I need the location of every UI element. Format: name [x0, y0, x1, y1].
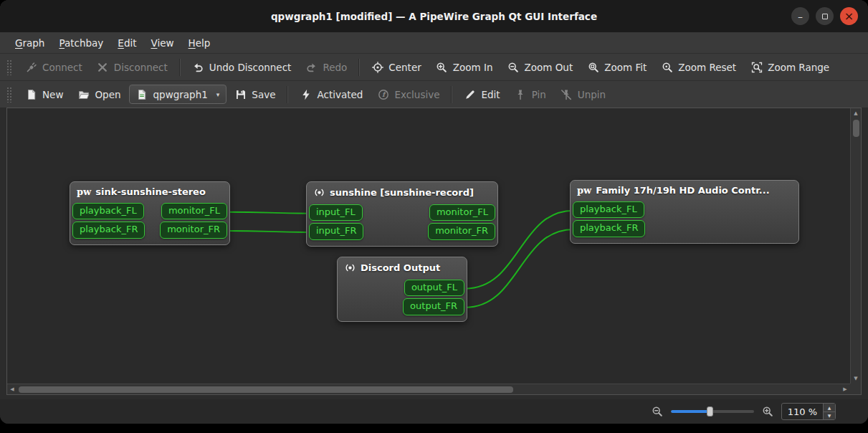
- zoom-slider-fill: [671, 410, 711, 413]
- toolbar-file-items: NewOpenqpwgraph1▾SaveActivatedfExclusive…: [19, 85, 612, 104]
- zoom-in-icon: [436, 61, 448, 73]
- toolbar-separator: [358, 59, 360, 76]
- node-header: Discord Output: [340, 262, 464, 280]
- port-sink-sunshine-stereo-playback_FL[interactable]: playback_FL: [72, 203, 144, 219]
- save-icon: [234, 88, 247, 100]
- menu-view[interactable]: View: [145, 35, 181, 51]
- node-title: sunshine [sunshine-record]: [330, 187, 474, 198]
- port-family-hd-audio-playback_FL[interactable]: playback_FL: [573, 201, 644, 218]
- menubar: GraphPatchbayEditViewHelp: [0, 32, 868, 53]
- zoom-range-icon: [750, 61, 763, 73]
- scroll-left-icon[interactable]: ◀: [7, 384, 17, 394]
- patchbay-file-icon: [136, 88, 148, 100]
- connections-layer: [7, 108, 861, 394]
- app-window: qpwgraph1 [modified] — A PipeWire Graph …: [0, 0, 868, 424]
- zoom-range-button[interactable]: Zoom Range: [744, 57, 836, 77]
- node-sunshine[interactable]: sunshine [sunshine-record]input_FLmonito…: [306, 181, 498, 247]
- qpwgraph1-combo[interactable]: qpwgraph1▾: [129, 85, 227, 104]
- disconnect-label: Disconnect: [114, 62, 168, 73]
- zoom-slider-handle[interactable]: [707, 406, 713, 417]
- exclusive-icon: f: [377, 88, 389, 100]
- graph-canvas[interactable]: ▲ ▼ ◀ ▶ pwsink-sunshine-stereoplayback_F…: [6, 108, 862, 395]
- zoom-out-small-icon[interactable]: [652, 406, 663, 417]
- spin-up-button[interactable]: ▲: [824, 404, 835, 411]
- zoom-fit-button[interactable]: Zoom Fit: [581, 57, 653, 77]
- connection-wire[interactable]: [228, 212, 310, 214]
- horizontal-scrollbar[interactable]: ◀ ▶: [7, 384, 850, 394]
- activated-label: Activated: [317, 89, 363, 100]
- port-sink-sunshine-stereo-playback_FR[interactable]: playback_FR: [72, 222, 145, 238]
- maximize-button[interactable]: [816, 7, 834, 25]
- port-sunshine-input_FR[interactable]: input_FR: [309, 223, 363, 239]
- spin-down-button[interactable]: ▼: [824, 411, 835, 420]
- connection-wire[interactable]: [228, 231, 310, 232]
- toolbar-handle[interactable]: [6, 60, 12, 75]
- scroll-right-icon[interactable]: ▶: [840, 384, 850, 394]
- pin-icon: [515, 88, 527, 100]
- port-row: playback_FRmonitor_FR: [72, 222, 227, 238]
- port-row: playback_FLmonitor_FL: [72, 203, 227, 219]
- undo-icon: [192, 61, 204, 73]
- undo-disconnect-button[interactable]: Undo Disconnect: [186, 57, 298, 77]
- vertical-scrollbar-thumb[interactable]: [853, 120, 859, 137]
- zoom-reset-button[interactable]: Zoom Reset: [654, 57, 743, 77]
- zoom-out-label: Zoom Out: [525, 62, 573, 73]
- horizontal-scrollbar-thumb[interactable]: [19, 386, 513, 393]
- maximize-icon: [822, 14, 828, 19]
- toolbar-separator: [451, 86, 452, 103]
- new-button[interactable]: New: [19, 85, 70, 104]
- edit-button[interactable]: Edit: [457, 85, 506, 104]
- vertical-scrollbar[interactable]: ▲ ▼: [850, 108, 861, 384]
- zoom-spinbox[interactable]: 110 % ▲ ▼: [781, 403, 836, 420]
- port-family-hd-audio-playback_FR[interactable]: playback_FR: [573, 220, 645, 237]
- scroll-down-icon[interactable]: ▼: [851, 373, 861, 384]
- node-header: pwsink-sunshine-stereo: [72, 186, 227, 203]
- port-discord-output-output_FR[interactable]: output_FR: [403, 298, 464, 315]
- port-sink-sunshine-stereo-monitor_FL[interactable]: monitor_FL: [161, 203, 227, 219]
- open-label: Open: [95, 89, 120, 100]
- scroll-up-icon[interactable]: ▲: [851, 108, 861, 118]
- node-title: Discord Output: [361, 262, 440, 273]
- pin-label: Pin: [532, 89, 546, 100]
- port-sunshine-input_FL[interactable]: input_FL: [309, 204, 363, 221]
- port-sunshine-monitor_FR[interactable]: monitor_FR: [428, 223, 495, 239]
- pin-button: Pin: [508, 85, 553, 104]
- menu-graph[interactable]: Graph: [9, 35, 51, 51]
- exclusive-button: fExclusive: [371, 85, 446, 104]
- titlebar[interactable]: qpwgraph1 [modified] — A PipeWire Graph …: [0, 0, 868, 32]
- toolbar-file: NewOpenqpwgraph1▾SaveActivatedfExclusive…: [0, 80, 868, 108]
- node-sink-sunshine-stereo[interactable]: pwsink-sunshine-stereoplayback_FLmonitor…: [70, 181, 230, 245]
- zoom-fit-label: Zoom Fit: [604, 62, 647, 73]
- port-sunshine-monitor_FL[interactable]: monitor_FL: [429, 204, 495, 221]
- port-sink-sunshine-stereo-monitor_FR[interactable]: monitor_FR: [160, 222, 227, 238]
- edit-icon: [464, 88, 476, 100]
- menu-help[interactable]: Help: [182, 35, 217, 51]
- undo-disconnect-label: Undo Disconnect: [209, 62, 292, 73]
- zoom-in-small-icon[interactable]: [762, 406, 773, 417]
- minimize-button[interactable]: –: [791, 7, 809, 25]
- node-family-hd-audio[interactable]: pwFamily 17h/19h HD Audio Contr...playba…: [570, 180, 799, 244]
- menu-patchbay[interactable]: Patchbay: [52, 35, 110, 51]
- zoom-out-button[interactable]: Zoom Out: [501, 57, 580, 77]
- activated-button[interactable]: Activated: [293, 85, 369, 104]
- toolbar-handle[interactable]: [6, 87, 12, 103]
- toolbar-main: ConnectDisconnectUndo DisconnectRedoCent…: [0, 53, 868, 80]
- toolbar-separator: [287, 86, 288, 103]
- center-button[interactable]: Center: [365, 57, 427, 77]
- port-discord-output-output_FL[interactable]: output_FL: [404, 280, 464, 296]
- save-label: Save: [252, 89, 275, 100]
- node-header: pwFamily 17h/19h HD Audio Contr...: [573, 185, 796, 201]
- open-button[interactable]: Open: [71, 85, 127, 104]
- disconnect-button: Disconnect: [90, 57, 174, 77]
- toolbar-separator: [179, 59, 181, 76]
- redo-icon: [305, 61, 318, 73]
- port-row: playback_FL: [573, 201, 796, 218]
- connect-label: Connect: [42, 62, 82, 73]
- menu-edit[interactable]: Edit: [111, 35, 143, 51]
- close-button[interactable]: ×: [840, 7, 858, 25]
- save-button[interactable]: Save: [228, 85, 282, 104]
- zoom-in-button[interactable]: Zoom In: [429, 57, 500, 77]
- unpin-label: Unpin: [578, 89, 606, 100]
- zoom-slider[interactable]: [671, 405, 754, 418]
- node-discord-output[interactable]: Discord Outputoutput_FLoutput_FR: [337, 257, 467, 322]
